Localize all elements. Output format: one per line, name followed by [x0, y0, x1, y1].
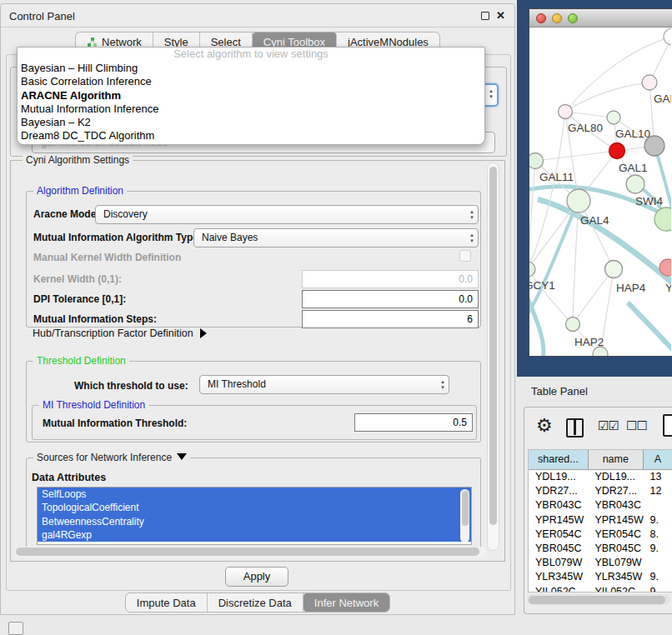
algorithm-option[interactable]: Mutual Information Inference [18, 102, 484, 116]
mi-algorithm-type-value: Naive Bayes [202, 232, 258, 243]
aracne-mode-combobox[interactable]: Discovery ▲▼ [95, 205, 479, 224]
network-tab-icon [87, 37, 98, 48]
table-row[interactable]: YBL079WYBL079W [529, 556, 672, 570]
hub-definition-expander[interactable]: Hub/Transcription Factor Definition [33, 328, 207, 339]
table-row[interactable]: YDR27...YDR27...12 [529, 484, 672, 498]
mi-steps-field[interactable]: 6 [302, 310, 479, 328]
network-edge[interactable] [529, 201, 579, 319]
dock-panel-icon[interactable] [8, 622, 23, 635]
attributes-scrollbar[interactable] [460, 489, 469, 542]
table-cell: YDL19... [529, 470, 588, 484]
table-header-row[interactable]: shared...nameA [529, 450, 672, 470]
kernel-width-field[interactable]: 0.0 [302, 270, 479, 288]
network-node[interactable] [559, 105, 573, 119]
network-node[interactable] [566, 318, 580, 332]
network-node[interactable] [607, 111, 620, 124]
table-row[interactable]: YIL052CYIL052C9 [529, 585, 672, 593]
gear-icon[interactable]: ⚙ [536, 415, 553, 437]
table-cell: YIL052C [588, 585, 643, 593]
table-panel-titlebar[interactable]: Table Panel [517, 377, 672, 407]
which-threshold-combobox[interactable]: MI Threshold ▲▼ [199, 375, 449, 394]
table-cell: YDL19... [588, 470, 643, 484]
network-window-titlebar[interactable] [529, 9, 672, 28]
table-rows[interactable]: YDL19...YDL19...13YDR27...YDR27...12YBR0… [529, 470, 672, 592]
network-edge[interactable] [535, 151, 617, 161]
table-row[interactable]: YER054CYER054C8. [529, 528, 672, 542]
popup-placeholder: Select algorithm to view settings [18, 48, 484, 62]
close-traffic-light-icon[interactable] [536, 13, 546, 23]
settings-horizontal-scrollbar[interactable] [14, 547, 486, 558]
network-node[interactable] [642, 75, 657, 90]
manual-kernel-width-checkbox[interactable] [459, 250, 471, 262]
column-header[interactable]: name [589, 450, 644, 469]
network-node[interactable] [567, 189, 590, 212]
table-cell: YLR345W [588, 570, 643, 584]
sources-title[interactable]: Sources for Network Inference [33, 452, 190, 463]
network-canvas[interactable]: GALGAL80GAL10GAL1GAL11SWI4GAL4GCY1HAP4YH… [529, 28, 671, 356]
expand-right-icon [200, 328, 207, 338]
network-node[interactable] [664, 28, 671, 45]
network-edge[interactable] [573, 269, 614, 324]
network-node[interactable] [626, 175, 644, 193]
data-attribute-item[interactable]: gal4RGexp [38, 528, 471, 542]
data-attributes-label: Data Attributes [32, 472, 106, 483]
column-header[interactable]: shared... [529, 450, 589, 469]
zoom-traffic-light-icon[interactable] [568, 13, 578, 23]
table-row[interactable]: YBR043CYBR043C [529, 498, 672, 512]
node-label: GAL11 [539, 171, 574, 183]
table-row[interactable]: YLR345WYLR345W9. [529, 570, 672, 584]
algorithm-definition-title: Algorithm Definition [33, 185, 127, 197]
network-edge[interactable] [573, 201, 579, 324]
select-all-checkboxes-icon[interactable]: ☑☑ [598, 418, 619, 433]
tab-impute-data[interactable]: Impute Data [126, 593, 208, 612]
table-row[interactable]: YPR145WYPR145W9. [529, 513, 672, 528]
settings-vertical-scrollbar[interactable] [487, 162, 499, 551]
algorithm-option[interactable]: ARACNE Algorithm [18, 89, 484, 102]
apply-button[interactable]: Apply [225, 567, 288, 587]
data-attributes-list[interactable]: SelfLoopsTopologicalCoefficientBetweenne… [37, 487, 472, 545]
network-view-window[interactable]: GALGAL80GAL10GAL1GAL11SWI4GAL4GCY1HAP4YH… [529, 8, 672, 357]
table-panel-window: ⚙ ☑☑ ☐☐ shared...nameA YDL19...YDL19...1… [524, 407, 672, 614]
algorithm-option[interactable]: Basic Correlation Inference [18, 75, 484, 88]
float-window-icon[interactable] [481, 12, 489, 20]
algorithm-option[interactable]: Bayesian – Hill Climbing [18, 62, 484, 75]
algorithm-option[interactable]: Bayesian – K2 [18, 116, 484, 129]
dpi-tolerance-label: DPI Tolerance [0,1]: [33, 293, 126, 305]
close-icon[interactable]: ✕ [496, 9, 505, 22]
data-attribute-item[interactable]: BetweennessCentrality [38, 515, 471, 528]
control-panel-titlebar[interactable]: Control Panel ✕ [1, 4, 514, 28]
table-row[interactable]: YBR045CYBR045C9. [529, 542, 672, 556]
network-node[interactable] [605, 261, 623, 278]
column-header[interactable]: A [644, 450, 672, 469]
node-label: HAP2 [574, 336, 604, 348]
minimize-traffic-light-icon[interactable] [552, 13, 562, 23]
table-horizontal-scrollbar[interactable] [527, 594, 670, 605]
node-table[interactable]: shared...nameA YDL19...YDL19...13YDR27..… [528, 449, 672, 592]
export-table-icon[interactable] [663, 414, 672, 437]
table-cell: YDR27... [588, 484, 643, 498]
dpi-tolerance-field[interactable]: 0.0 [302, 290, 479, 308]
node-label: GCY1 [529, 279, 555, 292]
table-cell: 12 [644, 484, 672, 498]
data-attribute-item[interactable]: SelfLoops [38, 488, 471, 501]
mi-threshold-field[interactable]: 0.5 [354, 413, 473, 432]
network-node[interactable] [529, 262, 535, 277]
deselect-all-checkboxes-icon[interactable]: ☐☐ [626, 418, 647, 433]
mi-algorithm-type-combobox[interactable]: Naive Bayes ▲▼ [193, 228, 479, 248]
network-node[interactable] [609, 143, 625, 159]
network-edge[interactable] [538, 199, 671, 286]
columns-icon[interactable] [566, 418, 584, 438]
tab-infer-network[interactable]: Infer Network [303, 593, 389, 612]
algorithm-option[interactable]: Dream8 DC_TDC Algorithm [18, 129, 484, 142]
table-row[interactable]: YDL19...YDL19...13 [529, 470, 672, 484]
network-node[interactable] [659, 259, 671, 276]
desktop-background: GALGAL80GAL10GAL1GAL11SWI4GAL4GCY1HAP4YH… [517, 0, 672, 377]
data-attribute-item[interactable]: TopologicalCoefficient [38, 501, 471, 514]
kernel-width-label: Kernel Width (0,1): [33, 273, 122, 285]
network-node[interactable] [529, 153, 544, 169]
table-cell: YER054C [588, 528, 643, 542]
table-cell: YBR045C [529, 542, 588, 556]
network-edge[interactable] [628, 302, 671, 356]
bottom-tabbar: Impute Data Discretize Data Infer Networ… [1, 592, 514, 616]
tab-discretize-data[interactable]: Discretize Data [208, 593, 303, 612]
